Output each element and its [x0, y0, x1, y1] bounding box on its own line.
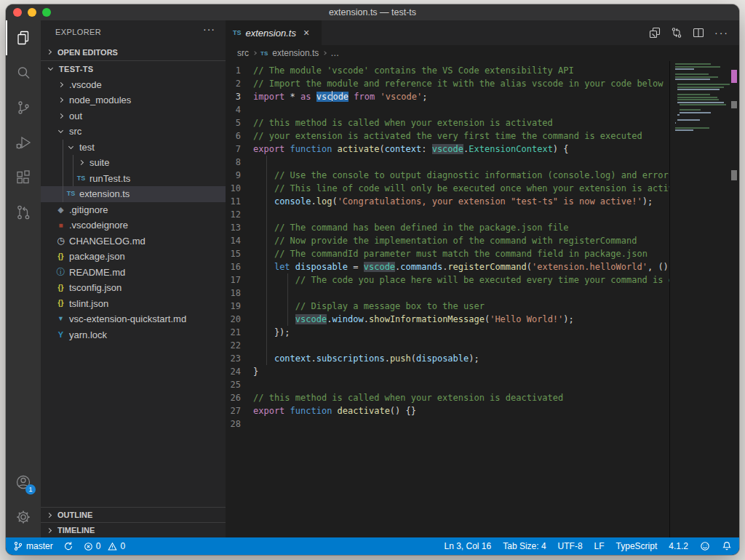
synchronize-changes-status[interactable]	[63, 541, 73, 551]
tree-item-src[interactable]: src	[41, 124, 226, 140]
editor-group: TS extension.ts ×	[226, 20, 739, 537]
split-editor-icon[interactable]	[693, 27, 704, 39]
tree-item-yarn-lock[interactable]: Yyarn.lock	[41, 327, 226, 343]
notifications-bell-icon[interactable]	[722, 541, 732, 551]
breadcrumb-folder[interactable]: src	[237, 48, 249, 58]
tree-item-tslint-json[interactable]: {}tslint.json	[41, 296, 226, 312]
language-mode-status[interactable]: TypeScript	[616, 541, 658, 551]
accounts-icon[interactable]: 1	[6, 465, 41, 500]
code-line[interactable]: 19 // Display a message box to the user	[226, 300, 669, 313]
encoding-status[interactable]: UTF-8	[558, 541, 583, 551]
code-editor[interactable]: 1// The module 'vscode' contains the VS …	[226, 61, 739, 537]
code-line[interactable]: 13 // The command has been defined in th…	[226, 221, 669, 234]
source-control-icon[interactable]	[6, 90, 41, 125]
code-line[interactable]: 17 // The code you place here will be ex…	[226, 273, 669, 287]
tree-item-suite[interactable]: suite	[41, 155, 226, 171]
code-line[interactable]: 28	[226, 417, 669, 431]
typescript-version-status[interactable]: 4.1.2	[669, 541, 688, 551]
code-line[interactable]: 6// your extension is activated the very…	[226, 129, 669, 143]
code-line[interactable]: 9 // Use the console to output diagnosti…	[226, 169, 669, 182]
run-and-debug-icon[interactable]	[6, 125, 41, 160]
tab-size-status[interactable]: Tab Size: 4	[503, 541, 546, 551]
code-line[interactable]: 18	[226, 287, 669, 300]
tree-item--vscode[interactable]: .vscode	[41, 77, 226, 93]
code-line[interactable]: 3import * as vscode from 'vscode';	[226, 90, 669, 103]
timeline-header[interactable]: TIMELINE	[41, 522, 226, 537]
code-line[interactable]: 12	[226, 208, 669, 221]
accounts-badge: 1	[25, 484, 36, 495]
tree-item-label: README.md	[69, 267, 125, 278]
code-line[interactable]: 16 let disposable = vscode.commands.regi…	[226, 260, 669, 273]
tree-item-test-ts[interactable]: TEST-TS	[41, 61, 226, 77]
code-line[interactable]: 7export function activate(context: vscod…	[226, 143, 669, 156]
tree-item-tsconfig-json[interactable]: {}tsconfig.json	[41, 280, 226, 296]
extensions-icon[interactable]	[6, 160, 41, 195]
problems-status[interactable]: 0 0	[84, 541, 125, 551]
code-line[interactable]: 25	[226, 378, 669, 391]
tree-item-changelog-md[interactable]: ◷CHANGELOG.md	[41, 233, 226, 249]
breadcrumb-file[interactable]: extension.ts	[272, 48, 319, 58]
synchronize-changes-icon[interactable]	[671, 27, 682, 39]
vscodeignore-file-icon: ■	[58, 222, 63, 229]
code-line[interactable]: 11 console.log('Congratulations, your ex…	[226, 195, 669, 208]
close-window-icon[interactable]	[13, 8, 22, 17]
code-line[interactable]: 5// this method is called when your exte…	[226, 116, 669, 129]
tree-item-node-modules[interactable]: node_modules	[41, 92, 226, 108]
code-line[interactable]: 23 context.subscriptions.push(disposable…	[226, 352, 669, 365]
sync-icon	[63, 541, 73, 551]
github-pull-requests-icon[interactable]	[6, 195, 41, 230]
zoom-window-icon[interactable]	[42, 8, 51, 17]
code-line[interactable]: 26// this method is called when your ext…	[226, 391, 669, 404]
overview-ruler[interactable]	[729, 61, 739, 537]
code-line[interactable]: 20 vscode.window.showInformationMessage(…	[226, 313, 669, 326]
explorer-icon[interactable]	[6, 20, 41, 55]
code-line[interactable]: 4	[226, 103, 669, 116]
tree-item-vsc-extension-quickstart-md[interactable]: ▼vsc-extension-quickstart.md	[41, 311, 226, 327]
sidebar-title: EXPLORER	[41, 20, 226, 44]
cursor-position-status[interactable]: Ln 3, Col 16	[444, 541, 491, 551]
code-line[interactable]: 24}	[226, 365, 669, 378]
line-number: 4	[226, 103, 253, 116]
line-number: 27	[226, 404, 253, 417]
tree-item-label: .vscodeignore	[69, 220, 128, 231]
code-line[interactable]: 2// Import the module and reference it w…	[226, 77, 669, 90]
line-number: 19	[226, 300, 253, 313]
tab-extension-ts[interactable]: TS extension.ts ×	[226, 20, 322, 45]
settings-gear-icon[interactable]	[6, 500, 41, 535]
feedback-icon[interactable]	[700, 541, 710, 551]
open-editors-header[interactable]: OPEN EDITORS	[41, 44, 226, 61]
tree-item-readme-md[interactable]: ⓘREADME.md	[41, 265, 226, 281]
code-line[interactable]: 1// The module 'vscode' contains the VS …	[226, 64, 669, 77]
clock-file-icon: ◷	[57, 236, 64, 245]
info-file-icon: ⓘ	[57, 268, 65, 276]
tree-item-label: extension.ts	[79, 188, 130, 199]
tree-item-runtest-ts[interactable]: TSrunTest.ts	[41, 171, 226, 187]
more-actions-icon[interactable]: ···	[714, 27, 729, 39]
code-line[interactable]: 10 // This line of code will only be exe…	[226, 182, 669, 195]
minimap[interactable]	[674, 61, 729, 537]
ts-file-icon: TS	[67, 191, 76, 197]
code-line[interactable]: 8	[226, 156, 669, 169]
git-branch-status[interactable]: master	[13, 541, 53, 551]
line-number: 18	[226, 287, 253, 300]
code-line[interactable]: 14 // Now provide the implementation of …	[226, 234, 669, 247]
search-icon[interactable]	[6, 55, 41, 90]
breadcrumb-symbol[interactable]: …	[330, 48, 339, 58]
explorer-more-actions[interactable]: ···	[203, 23, 215, 35]
minimize-window-icon[interactable]	[28, 8, 36, 17]
outline-header[interactable]: OUTLINE	[41, 507, 226, 522]
code-line[interactable]: 27export function deactivate() {}	[226, 404, 669, 417]
close-tab-icon[interactable]: ×	[303, 27, 309, 39]
code-line[interactable]: 22	[226, 339, 669, 352]
code-line[interactable]: 21 });	[226, 326, 669, 339]
tree-item--vscodeignore[interactable]: ■.vscodeignore	[41, 217, 226, 233]
code-line[interactable]: 15 // The commandId parameter must match…	[226, 247, 669, 260]
open-changes-icon[interactable]	[649, 27, 661, 39]
tree-item-out[interactable]: out	[41, 108, 226, 124]
tree-item--gitignore[interactable]: ◆.gitignore	[41, 202, 226, 218]
tree-item-extension-ts[interactable]: TSextension.ts	[41, 186, 226, 202]
tree-item-test[interactable]: test	[41, 140, 226, 156]
eol-status[interactable]: LF	[594, 541, 605, 551]
tree-item-package-json[interactable]: {}package.json	[41, 249, 226, 265]
line-number: 6	[226, 129, 253, 143]
